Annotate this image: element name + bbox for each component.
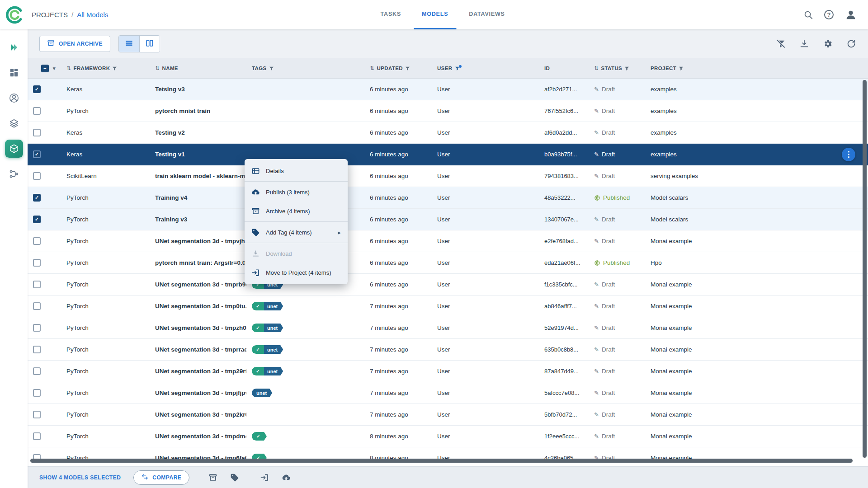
tag-selected-icon[interactable] bbox=[230, 473, 239, 482]
cell-user: User bbox=[432, 216, 539, 223]
publish-selected-icon[interactable] bbox=[282, 473, 291, 482]
search-icon[interactable] bbox=[803, 10, 813, 20]
filter-icon[interactable] bbox=[112, 66, 117, 71]
draft-pencil-icon: ✎ bbox=[594, 411, 599, 418]
sidebar-item-projects[interactable] bbox=[5, 89, 23, 107]
table-row[interactable]: PyTorch UNet segmentation 3d - tmpdm4...… bbox=[28, 426, 868, 447]
sort-icon[interactable]: ⇅ bbox=[155, 65, 160, 71]
menu-item-details[interactable]: Details bbox=[245, 161, 348, 180]
table-row[interactable]: PyTorch UNet segmentation 3d - tmp2kr0..… bbox=[28, 404, 868, 426]
menu-item-download[interactable]: Download bbox=[245, 244, 348, 263]
column-header-status[interactable]: ⇅ STATUS bbox=[589, 58, 645, 78]
table-row[interactable]: PyTorch UNet segmentation 3d - tmpjfjpv.… bbox=[28, 382, 868, 404]
download-icon bbox=[251, 249, 260, 258]
row-checkbox[interactable] bbox=[33, 129, 41, 136]
menu-item-archive[interactable]: Archive (4 items) bbox=[245, 202, 348, 221]
table-row[interactable]: ScikitLearn train sklearn model - sklear… bbox=[28, 165, 868, 187]
menu-item-add-tag[interactable]: Add Tag (4 items) ▸ bbox=[245, 223, 348, 242]
column-header-id[interactable]: ID bbox=[539, 58, 589, 78]
row-checkbox[interactable] bbox=[33, 411, 41, 418]
table-row[interactable]: ✓ Keras Tetsing v3 6 minutes ago User af… bbox=[28, 79, 868, 100]
column-header-updated[interactable]: ⇅ UPDATED bbox=[364, 58, 432, 78]
row-checkbox[interactable]: ✓ bbox=[33, 194, 41, 202]
clear-filters-icon[interactable] bbox=[776, 39, 786, 49]
selection-count-label[interactable]: SHOW 4 MODELS SELECTED bbox=[39, 474, 121, 481]
select-all-checkbox[interactable]: – bbox=[41, 65, 49, 72]
tab-models[interactable]: MODELS bbox=[414, 0, 456, 29]
move-to-project-icon[interactable] bbox=[260, 473, 269, 482]
refresh-icon[interactable] bbox=[846, 39, 856, 49]
breadcrumb-projects[interactable]: PROJECTS bbox=[32, 11, 68, 19]
table-row[interactable]: PyTorch UNet segmentation 3d - tmp29rf..… bbox=[28, 361, 868, 382]
row-checkbox[interactable] bbox=[33, 346, 41, 353]
row-checkbox[interactable]: ✓ bbox=[33, 216, 41, 223]
cell-status: ✎Draft bbox=[589, 324, 645, 331]
sidebar-item-pipelines[interactable] bbox=[5, 165, 23, 183]
table-row[interactable]: PyTorch UNet segmentation 3d - tmpvjhyl.… bbox=[28, 230, 868, 252]
table-row[interactable]: PyTorch pytorch mnist train: Args/lr=0.0… bbox=[28, 252, 868, 274]
settings-gear-icon[interactable] bbox=[823, 39, 833, 49]
table-row[interactable]: PyTorch UNet segmentation 3d - tmp0tu...… bbox=[28, 296, 868, 317]
row-checkbox[interactable] bbox=[33, 324, 41, 332]
column-header-framework[interactable]: ⇅ FRAMEWORK bbox=[61, 58, 150, 78]
row-checkbox[interactable] bbox=[33, 389, 41, 397]
tab-dataviews[interactable]: DATAVIEWS bbox=[461, 0, 513, 29]
menu-item-publish[interactable]: Publish (3 items) bbox=[245, 183, 348, 202]
column-header-name[interactable]: ⇅ NAME bbox=[150, 58, 246, 78]
table-row[interactable]: PyTorch UNet segmentation 3d - tmp6fa0..… bbox=[28, 447, 868, 466]
row-checkbox[interactable] bbox=[33, 281, 41, 288]
filter-icon[interactable] bbox=[405, 66, 410, 71]
table-row[interactable]: PyTorch UNet segmentation 3d - tmpzh0...… bbox=[28, 317, 868, 339]
open-archive-button[interactable]: OPEN ARCHIVE bbox=[39, 36, 110, 52]
download-table-icon[interactable] bbox=[799, 39, 809, 49]
card-view-toggle[interactable] bbox=[139, 36, 160, 52]
row-actions-button[interactable]: ⋮ bbox=[842, 148, 855, 161]
archive-selected-icon[interactable] bbox=[208, 473, 217, 482]
menu-item-move-to-project[interactable]: Move to Project (4 items) bbox=[245, 263, 348, 282]
table-row[interactable]: ✓ Keras Testing v1 6 minutes ago User b0… bbox=[28, 144, 868, 165]
user-avatar[interactable] bbox=[844, 9, 857, 21]
column-header-tags[interactable]: TAGS bbox=[246, 58, 364, 78]
column-header-project[interactable]: PROJECT bbox=[645, 58, 868, 78]
horizontal-scrollbar[interactable] bbox=[30, 459, 853, 463]
cell-project: Monai example bbox=[645, 324, 868, 331]
sidebar-item-dashboard[interactable] bbox=[5, 64, 23, 82]
table-view-toggle[interactable] bbox=[119, 36, 139, 52]
table-row[interactable]: ✓ PyTorch Training v3 6 minutes ago User… bbox=[28, 209, 868, 230]
sort-icon[interactable]: ⇅ bbox=[370, 65, 374, 71]
filter-icon[interactable] bbox=[269, 66, 274, 71]
row-checkbox[interactable] bbox=[33, 367, 41, 375]
sort-icon[interactable]: ⇅ bbox=[594, 65, 599, 71]
compare-button[interactable]: COMPARE bbox=[133, 470, 189, 485]
row-checkbox[interactable]: ✓ bbox=[33, 85, 41, 93]
row-checkbox[interactable] bbox=[33, 237, 41, 245]
vertical-scrollbar[interactable] bbox=[863, 80, 867, 458]
row-checkbox[interactable] bbox=[33, 172, 41, 180]
row-checkbox[interactable] bbox=[33, 107, 41, 115]
help-icon[interactable]: ? bbox=[824, 10, 834, 19]
column-header-user[interactable]: USER bbox=[432, 58, 539, 78]
sort-icon[interactable]: ⇅ bbox=[66, 65, 71, 71]
table-row[interactable]: ✓ PyTorch Training v4 6 minutes ago User… bbox=[28, 187, 868, 209]
row-checkbox[interactable] bbox=[33, 432, 41, 440]
draft-pencil-icon: ✎ bbox=[594, 324, 599, 331]
row-checkbox[interactable] bbox=[33, 302, 41, 310]
table-row[interactable]: PyTorch UNet segmentation 3d - tmprrae..… bbox=[28, 339, 868, 361]
table-row[interactable]: PyTorch pytorch mnist train 6 minutes ag… bbox=[28, 100, 868, 122]
sidebar-item-datasets[interactable] bbox=[5, 114, 23, 132]
table-row[interactable]: PyTorch UNet segmentation 3d - tmprb9d..… bbox=[28, 274, 868, 296]
sidebar-item-launch[interactable] bbox=[5, 38, 23, 56]
row-select-cell: ✓ bbox=[28, 216, 61, 223]
select-all-caret[interactable]: ▾ bbox=[53, 66, 56, 71]
row-checkbox[interactable] bbox=[33, 259, 41, 267]
tab-tasks[interactable]: TASKS bbox=[373, 0, 409, 29]
breadcrumb-all-models[interactable]: All Models bbox=[77, 11, 108, 19]
filter-icon[interactable] bbox=[624, 66, 629, 71]
sidebar-item-models[interactable] bbox=[5, 140, 23, 158]
clearml-logo[interactable] bbox=[5, 5, 24, 25]
filter-icon[interactable] bbox=[679, 66, 684, 71]
cell-id: 52e91974d... bbox=[539, 324, 589, 331]
row-checkbox[interactable]: ✓ bbox=[33, 150, 41, 158]
table-row[interactable]: Keras Testing v2 6 minutes ago User af6d… bbox=[28, 122, 868, 144]
filter-icon-active[interactable] bbox=[455, 66, 460, 71]
